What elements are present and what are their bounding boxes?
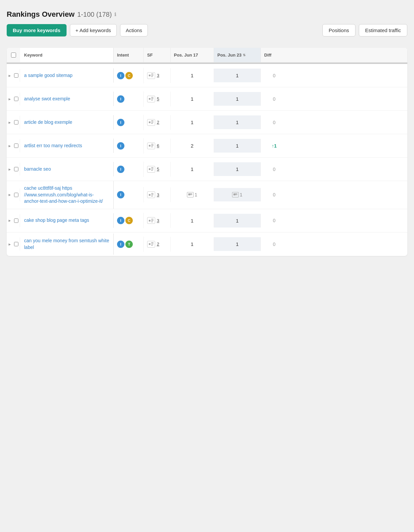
table-body: ► a sample good sitemapIC 3 110 ► analys…	[7, 64, 407, 256]
diff-value: 0	[273, 120, 276, 125]
svg-rect-13	[151, 144, 153, 145]
title-text: Rankings Overview	[7, 10, 75, 19]
intent-cell: I	[114, 138, 144, 154]
row-expand-chevron[interactable]: ►	[8, 144, 12, 148]
svg-rect-23	[151, 196, 153, 196]
pos-jun17-value: 2	[191, 143, 193, 149]
select-all-checkbox[interactable]	[11, 53, 16, 58]
keyword-cell: a sample good sitemap	[20, 68, 114, 83]
svg-rect-20	[149, 194, 150, 196]
row-expand-chevron[interactable]: ►	[8, 97, 12, 101]
pos-jun17-value: 1	[191, 166, 193, 172]
keyword-link[interactable]: can you mele money from semtush white la…	[24, 238, 109, 251]
keyword-link[interactable]: cache uc8ttf8f-saj https //www.semrush.c…	[24, 185, 109, 205]
pos-jun23-value: 1	[236, 119, 238, 125]
row-checkbox[interactable]	[14, 96, 18, 101]
sf-icon	[147, 241, 155, 248]
header-intent: Intent	[114, 48, 144, 62]
header-pos-jun17: Pos. Jun 17	[171, 48, 214, 62]
keyword-link[interactable]: analyse swot exemple	[24, 96, 70, 102]
row-expand-chevron[interactable]: ►	[8, 74, 12, 78]
header-pos-jun23: Pos. Jun 23 ⇅	[214, 48, 261, 62]
row-checkbox-cell[interactable]: ►	[7, 69, 20, 82]
table-row: ► a sample good sitemapIC 3 110	[7, 64, 407, 87]
actions-button[interactable]: Actions	[120, 24, 148, 36]
row-checkbox[interactable]	[14, 73, 18, 78]
sf-cell: 5	[144, 162, 171, 177]
intent-badge-i: I	[117, 191, 124, 198]
svg-rect-1	[151, 74, 153, 74]
intent-badge-i: I	[117, 95, 124, 103]
keyword-cell: can you mele money from semtush white la…	[20, 234, 114, 255]
page-title: Rankings Overview 1-100 (178) ℹ	[7, 10, 407, 19]
pos-jun17-value: 1	[191, 218, 193, 224]
add-keywords-button[interactable]: + Add keywords	[70, 24, 117, 36]
diff-value: ↑1	[272, 143, 277, 149]
row-checkbox-cell[interactable]: ►	[7, 214, 20, 227]
sf-cell: 3	[144, 213, 171, 228]
diff-cell: 0	[261, 163, 288, 176]
row-expand-chevron[interactable]: ►	[8, 193, 12, 197]
table-row: ► cake shop blog page meta tagsIC 3 110	[7, 209, 407, 233]
row-checkbox-cell[interactable]: ►	[7, 92, 20, 105]
svg-rect-11	[151, 123, 153, 124]
row-checkbox[interactable]	[14, 192, 18, 197]
sort-icon[interactable]: ⇅	[243, 53, 245, 57]
pos-jun17-cell: 1	[171, 69, 214, 82]
row-checkbox-cell[interactable]: ►	[7, 116, 20, 129]
diff-cell: 0	[261, 238, 288, 251]
diff-value: 0	[273, 73, 276, 78]
info-icon[interactable]: ℹ	[114, 12, 116, 17]
keyword-cell: analyse swot exemple	[20, 92, 114, 106]
sf-icon	[147, 217, 155, 224]
rankings-table: Keyword Intent SF Pos. Jun 17 Pos. Jun 2…	[7, 48, 407, 256]
row-expand-chevron[interactable]: ►	[8, 120, 12, 124]
keyword-link[interactable]: article de blog exemple	[24, 119, 72, 126]
row-expand-chevron[interactable]: ►	[8, 167, 12, 171]
pos-jun23-value: 1	[236, 218, 238, 224]
estimated-traffic-tab[interactable]: Estimated traffic	[359, 24, 407, 36]
row-checkbox-cell[interactable]: ►	[7, 188, 20, 201]
sf-cell: 6	[144, 139, 171, 153]
row-checkbox[interactable]	[14, 167, 18, 172]
row-checkbox[interactable]	[14, 218, 18, 223]
row-expand-chevron[interactable]: ►	[8, 242, 12, 246]
pos-jun23-value: 1	[236, 73, 238, 78]
row-checkbox[interactable]	[14, 242, 18, 247]
diff-value: 0	[273, 192, 276, 197]
featured-snippet-wrap: 1	[187, 192, 197, 197]
keyword-link[interactable]: cake shop blog page meta tags	[24, 217, 89, 224]
table-row: ► analyse swot exempleI 5 110	[7, 87, 407, 111]
svg-rect-17	[151, 167, 153, 168]
sf-cell: 2	[144, 237, 171, 252]
table-row: ► article de blog exempleI 2 110	[7, 111, 407, 134]
row-checkbox-cell[interactable]: ►	[7, 163, 20, 176]
buy-keywords-button[interactable]: Buy more keywords	[7, 24, 67, 36]
row-checkbox[interactable]	[14, 143, 18, 148]
row-expand-chevron[interactable]: ►	[8, 218, 12, 223]
svg-rect-29	[151, 242, 153, 243]
header-keyword: Keyword	[20, 48, 114, 62]
sf-icon	[147, 143, 155, 149]
sf-number: 5	[157, 96, 159, 101]
row-checkbox[interactable]	[14, 120, 18, 125]
sf-number: 5	[157, 167, 159, 172]
svg-rect-26	[151, 220, 153, 221]
sf-cell: 2	[144, 115, 171, 130]
intent-badge-i: I	[117, 72, 124, 79]
pos-jun17-cell: 1	[171, 115, 214, 129]
pos-jun23-cell: 1	[214, 115, 261, 129]
row-checkbox-cell[interactable]: ►	[7, 139, 20, 152]
keyword-link[interactable]: barnacle seo	[24, 166, 51, 173]
pos-jun23-value: 1	[236, 143, 238, 149]
header-checkbox-cell[interactable]	[7, 48, 20, 62]
row-checkbox-cell[interactable]: ►	[7, 238, 20, 251]
title-range: 1-100 (178)	[77, 11, 112, 18]
svg-rect-6	[151, 98, 153, 99]
keyword-link[interactable]: a sample good sitemap	[24, 72, 73, 79]
keyword-link[interactable]: artlist err too many redirects	[24, 143, 82, 149]
svg-rect-0	[149, 75, 150, 76]
diff-cell: 0	[261, 92, 288, 106]
pos-jun23-value: 1	[236, 166, 238, 172]
positions-tab[interactable]: Positions	[322, 24, 355, 36]
